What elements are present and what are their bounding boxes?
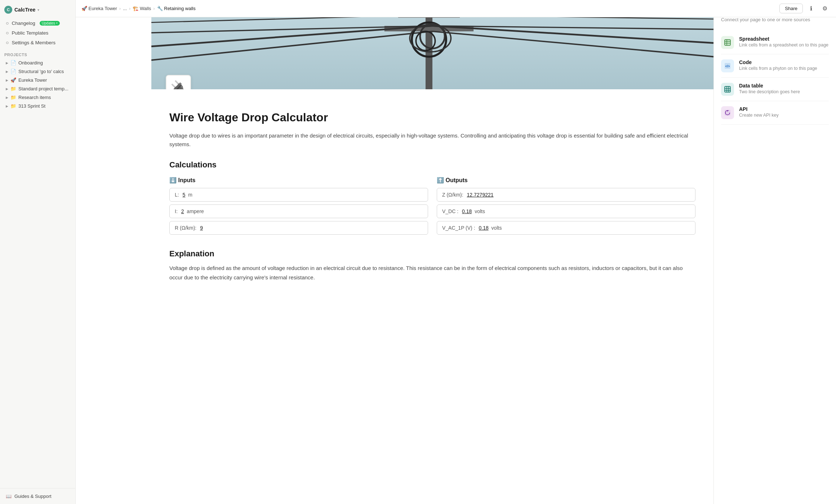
integration-description: Create new API key bbox=[739, 113, 779, 118]
doc-icon: 📄 bbox=[10, 60, 16, 66]
field-label: V_DC : bbox=[442, 208, 458, 214]
folder-icon: 📁 bbox=[10, 86, 16, 91]
page-icon: 🔌 bbox=[166, 75, 191, 89]
page-title: Wire Voltage Drop Calculator bbox=[169, 111, 695, 124]
integrations-icon-button[interactable]: ⚙ bbox=[819, 3, 830, 14]
integration-description: Two line description goes here bbox=[739, 89, 800, 94]
field-value: 12.7279221 bbox=[467, 192, 494, 198]
field-value: 0.18 bbox=[462, 208, 472, 214]
integration-item-api[interactable]: API Create new API key bbox=[721, 101, 829, 125]
svg-rect-26 bbox=[725, 86, 730, 92]
panel-subtitle: Connect your page to one or more sources bbox=[721, 17, 829, 22]
outputs-title-text: ⬆️ Outputs bbox=[437, 177, 468, 184]
sidebar-app-header[interactable]: C CalcTree ▾ bbox=[0, 3, 75, 17]
table-icon bbox=[721, 83, 734, 96]
gear-icon: ⚙ bbox=[822, 5, 827, 12]
sidebar-item-standard[interactable]: ▶ 📁 Standard project temp... bbox=[1, 85, 74, 93]
output-field-Z: Z (Ω/km): 12.7279221 bbox=[437, 188, 695, 202]
integration-text: API Create new API key bbox=[739, 106, 779, 118]
chevron-down-icon: ▾ bbox=[37, 8, 39, 12]
field-label: I: bbox=[175, 208, 178, 214]
calculations-grid: ⬇️ Inputs L: 5 m I: 2 ampere R (Ω/km): 9 bbox=[169, 177, 695, 238]
sidebar-item-guides[interactable]: 📖 Guides & Support bbox=[1, 491, 74, 501]
field-unit: volts bbox=[475, 208, 485, 214]
arrow-icon: ▶ bbox=[6, 104, 8, 108]
project-label: Onboarding bbox=[18, 60, 43, 66]
sidebar-item-onboarding[interactable]: ▶ 📄 Onboarding bbox=[1, 59, 74, 67]
integration-description: Link cells from a phyton on to this page bbox=[739, 66, 817, 71]
sidebar-item-sprint[interactable]: ▶ 📁 313 Sprint St bbox=[1, 102, 74, 110]
input-field-R[interactable]: R (Ω/km): 9 bbox=[169, 221, 428, 235]
rocket-icon: 🚀 bbox=[10, 77, 16, 83]
inputs-title: ⬇️ Inputs bbox=[169, 177, 428, 184]
input-field-L[interactable]: L: 5 m bbox=[169, 188, 428, 202]
sidebar-bottom: 📖 Guides & Support bbox=[0, 488, 75, 504]
book-icon: 📖 bbox=[6, 494, 12, 499]
breadcrumb: 🚀 Eureka Tower › ... › 🏗️ Walls › 🔧 Reta… bbox=[81, 6, 779, 11]
page-description: Voltage drop due to wires is an importan… bbox=[169, 131, 695, 149]
integration-item-spreadsheet[interactable]: Spreadsheet Link cells from a spreadshee… bbox=[721, 31, 829, 54]
breadcrumb-separator: › bbox=[153, 6, 155, 11]
integration-text: Code Link cells from a phyton on to this… bbox=[739, 59, 817, 71]
sidebar-item-research[interactable]: ▶ 📁 Research items bbox=[1, 93, 74, 102]
sidebar-item-label: Public Templates bbox=[12, 30, 48, 36]
outputs-title: ⬆️ Outputs bbox=[437, 177, 695, 184]
integrations-panel: ✕ Integrations Connect your page to one … bbox=[713, 0, 836, 504]
breadcrumb-item-walls[interactable]: 🏗️ Walls bbox=[133, 6, 151, 11]
sidebar-item-settings[interactable]: ○ Settings & Members bbox=[1, 38, 74, 47]
breadcrumb-current: 🔧 Retaining walls bbox=[157, 6, 196, 11]
arrow-icon: ▶ bbox=[6, 61, 8, 65]
field-unit: ampere bbox=[187, 208, 204, 214]
content-body: Wire Voltage Drop Calculator Voltage dro… bbox=[151, 89, 713, 296]
sidebar-item-public-templates[interactable]: ○ Public Templates bbox=[1, 28, 74, 37]
integration-text: Data table Two line description goes her… bbox=[739, 83, 800, 94]
projects-section-label: PROJECTS bbox=[0, 49, 75, 58]
code-icon: </> bbox=[721, 59, 734, 72]
topbar-actions: Share ℹ ⚙ bbox=[779, 3, 830, 14]
breadcrumb-separator: › bbox=[129, 6, 130, 11]
project-label: Structural 'go to' calcs bbox=[18, 69, 64, 74]
circle-icon: ○ bbox=[6, 20, 9, 26]
circle-icon: ○ bbox=[6, 40, 9, 45]
breadcrumb-item-eureka[interactable]: 🚀 Eureka Tower bbox=[81, 6, 117, 11]
integration-description: Link cells from a spreadsheet on to this… bbox=[739, 42, 828, 48]
integration-item-data-table[interactable]: Data table Two line description goes her… bbox=[721, 78, 829, 101]
project-label: Research items bbox=[18, 95, 51, 100]
svg-text:</>: </> bbox=[725, 64, 730, 68]
guides-label: Guides & Support bbox=[14, 494, 52, 499]
output-field-VAC1P: V_AC_1P (V) : 0.18 volts bbox=[437, 221, 695, 235]
project-label: Eureka Tower bbox=[18, 77, 47, 83]
integration-item-code[interactable]: </> Code Link cells from a phyton on to … bbox=[721, 54, 829, 78]
projects-list: ▶ 📄 Onboarding ▶ 📄 Structural 'go to' ca… bbox=[0, 58, 75, 111]
arrow-icon: ▶ bbox=[6, 96, 8, 99]
sidebar-item-eureka[interactable]: ▶ 🚀 Eureka Tower bbox=[1, 76, 74, 84]
svg-rect-4 bbox=[398, 17, 460, 18]
folder-icon: 📁 bbox=[10, 95, 16, 100]
breadcrumb-separator: › bbox=[119, 6, 121, 11]
field-label: Z (Ω/km): bbox=[442, 192, 463, 198]
sidebar: C CalcTree ▾ ○ Changelog Updates × ○ Pub… bbox=[0, 0, 76, 504]
breadcrumb-item-ellipsis[interactable]: ... bbox=[123, 6, 127, 11]
arrow-icon: ▶ bbox=[6, 87, 8, 91]
field-label: R (Ω/km): bbox=[175, 225, 196, 231]
inputs-title-text: ⬇️ Inputs bbox=[169, 177, 195, 184]
outputs-block: ⬆️ Outputs Z (Ω/km): 12.7279221 V_DC : 0… bbox=[437, 177, 695, 238]
hero-image: 🔌 bbox=[151, 17, 713, 89]
field-value: 5 bbox=[183, 192, 186, 198]
field-label: V_AC_1P (V) : bbox=[442, 225, 475, 231]
sidebar-item-changelog[interactable]: ○ Changelog Updates × bbox=[1, 18, 74, 28]
integration-name: Code bbox=[739, 59, 817, 65]
sidebar-item-label: Changelog bbox=[12, 21, 35, 26]
hero-wire-illustration bbox=[151, 17, 713, 89]
spreadsheet-icon bbox=[721, 36, 734, 49]
output-field-VDC: V_DC : 0.18 volts bbox=[437, 204, 695, 218]
field-value: 9 bbox=[200, 225, 203, 231]
badge-close-icon[interactable]: × bbox=[56, 21, 58, 25]
input-field-I[interactable]: I: 2 ampere bbox=[169, 204, 428, 218]
explanation-text: Voltage drop is defined as the amount of… bbox=[169, 264, 695, 282]
info-icon-button[interactable]: ℹ bbox=[806, 3, 817, 14]
app-name: CalcTree bbox=[14, 7, 35, 13]
share-button[interactable]: Share bbox=[779, 4, 803, 13]
sidebar-item-structural[interactable]: ▶ 📄 Structural 'go to' calcs bbox=[1, 67, 74, 76]
integration-name: Data table bbox=[739, 83, 800, 89]
